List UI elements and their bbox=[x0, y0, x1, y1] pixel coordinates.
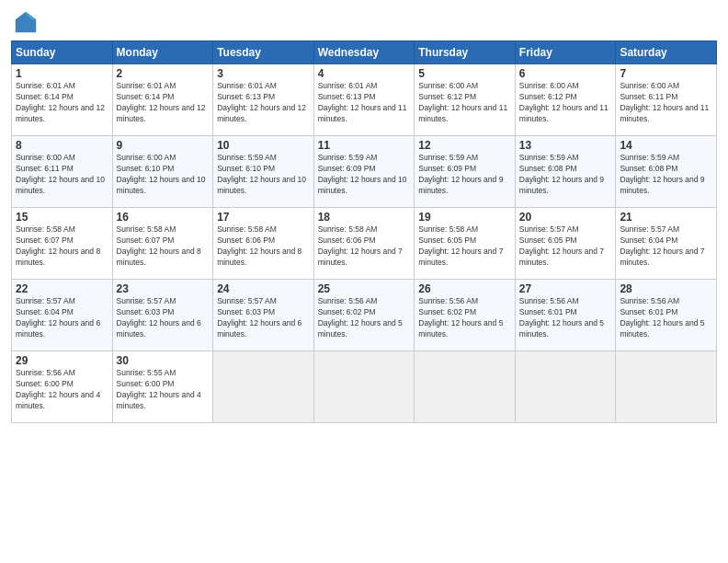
day-number: 2 bbox=[117, 67, 210, 80]
calendar-cell: 29 Sunrise: 5:56 AM Sunset: 6:00 PM Dayl… bbox=[12, 351, 113, 423]
day-info: Sunrise: 5:56 AM Sunset: 6:00 PM Dayligh… bbox=[16, 368, 108, 412]
calendar-cell bbox=[313, 351, 415, 423]
day-number: 6 bbox=[519, 67, 612, 80]
calendar-cell: 14 Sunrise: 5:59 AM Sunset: 6:08 PM Dayl… bbox=[616, 136, 717, 208]
day-info: Sunrise: 6:00 AM Sunset: 6:11 PM Dayligh… bbox=[620, 81, 712, 125]
day-number: 8 bbox=[16, 139, 108, 152]
day-number: 11 bbox=[318, 139, 411, 152]
day-info: Sunrise: 5:57 AM Sunset: 6:04 PM Dayligh… bbox=[16, 296, 108, 340]
weekday-header-row: Sunday Monday Tuesday Wednesday Thursday… bbox=[12, 41, 717, 64]
day-info: Sunrise: 5:58 AM Sunset: 6:06 PM Dayligh… bbox=[217, 224, 310, 269]
calendar-cell: 2 Sunrise: 6:01 AM Sunset: 6:14 PM Dayli… bbox=[112, 64, 213, 136]
day-number: 22 bbox=[16, 282, 108, 295]
calendar-cell: 28 Sunrise: 5:56 AM Sunset: 6:01 PM Dayl… bbox=[616, 280, 717, 351]
calendar-cell: 13 Sunrise: 5:59 AM Sunset: 6:08 PM Dayl… bbox=[515, 136, 616, 208]
header-monday: Monday bbox=[112, 41, 213, 64]
calendar-cell: 9 Sunrise: 6:00 AM Sunset: 6:10 PM Dayli… bbox=[112, 136, 213, 208]
day-number: 9 bbox=[117, 139, 210, 152]
day-number: 23 bbox=[117, 282, 210, 295]
calendar-table: Sunday Monday Tuesday Wednesday Thursday… bbox=[11, 40, 717, 423]
calendar-cell: 11 Sunrise: 5:59 AM Sunset: 6:09 PM Dayl… bbox=[313, 136, 415, 208]
calendar-cell bbox=[415, 351, 516, 423]
header-tuesday: Tuesday bbox=[213, 41, 314, 64]
header-saturday: Saturday bbox=[616, 41, 717, 64]
calendar-cell: 24 Sunrise: 5:57 AM Sunset: 6:03 PM Dayl… bbox=[213, 280, 314, 351]
logo-icon bbox=[13, 9, 39, 35]
day-info: Sunrise: 6:00 AM Sunset: 6:11 PM Dayligh… bbox=[16, 153, 108, 197]
day-number: 3 bbox=[217, 67, 310, 80]
day-number: 29 bbox=[16, 354, 108, 367]
day-info: Sunrise: 5:56 AM Sunset: 6:02 PM Dayligh… bbox=[318, 296, 411, 340]
day-info: Sunrise: 6:00 AM Sunset: 6:10 PM Dayligh… bbox=[117, 153, 210, 197]
day-number: 4 bbox=[318, 67, 411, 80]
header-thursday: Thursday bbox=[415, 41, 516, 64]
day-number: 15 bbox=[16, 211, 108, 224]
day-number: 27 bbox=[519, 282, 612, 295]
calendar-cell: 25 Sunrise: 5:56 AM Sunset: 6:02 PM Dayl… bbox=[313, 280, 415, 351]
day-info: Sunrise: 6:00 AM Sunset: 6:12 PM Dayligh… bbox=[418, 81, 511, 125]
calendar-cell: 1 Sunrise: 6:01 AM Sunset: 6:14 PM Dayli… bbox=[12, 64, 113, 136]
day-info: Sunrise: 5:59 AM Sunset: 6:09 PM Dayligh… bbox=[418, 153, 511, 197]
day-info: Sunrise: 5:57 AM Sunset: 6:04 PM Dayligh… bbox=[620, 224, 712, 269]
day-info: Sunrise: 5:57 AM Sunset: 6:03 PM Dayligh… bbox=[217, 296, 310, 340]
calendar-cell: 6 Sunrise: 6:00 AM Sunset: 6:12 PM Dayli… bbox=[515, 64, 616, 136]
day-info: Sunrise: 5:56 AM Sunset: 6:01 PM Dayligh… bbox=[620, 296, 712, 340]
calendar-cell bbox=[213, 351, 314, 423]
day-number: 20 bbox=[519, 211, 612, 224]
day-number: 1 bbox=[16, 67, 108, 80]
calendar-cell: 17 Sunrise: 5:58 AM Sunset: 6:06 PM Dayl… bbox=[213, 208, 314, 280]
calendar-cell: 20 Sunrise: 5:57 AM Sunset: 6:05 PM Dayl… bbox=[515, 208, 616, 280]
calendar-cell: 7 Sunrise: 6:00 AM Sunset: 6:11 PM Dayli… bbox=[616, 64, 717, 136]
calendar-page: Sunday Monday Tuesday Wednesday Thursday… bbox=[0, 0, 728, 563]
day-info: Sunrise: 6:00 AM Sunset: 6:12 PM Dayligh… bbox=[519, 81, 612, 125]
day-info: Sunrise: 5:59 AM Sunset: 6:08 PM Dayligh… bbox=[620, 153, 712, 197]
day-number: 12 bbox=[418, 139, 511, 152]
day-info: Sunrise: 5:58 AM Sunset: 6:07 PM Dayligh… bbox=[117, 224, 210, 269]
day-number: 13 bbox=[519, 139, 612, 152]
calendar-cell: 16 Sunrise: 5:58 AM Sunset: 6:07 PM Dayl… bbox=[112, 208, 213, 280]
calendar-cell: 5 Sunrise: 6:00 AM Sunset: 6:12 PM Dayli… bbox=[415, 64, 516, 136]
day-info: Sunrise: 6:01 AM Sunset: 6:14 PM Dayligh… bbox=[117, 81, 210, 125]
day-number: 16 bbox=[117, 211, 210, 224]
svg-marker-0 bbox=[16, 12, 36, 32]
calendar-cell: 3 Sunrise: 6:01 AM Sunset: 6:13 PM Dayli… bbox=[213, 64, 314, 136]
day-number: 7 bbox=[620, 67, 712, 80]
day-number: 14 bbox=[620, 139, 712, 152]
day-number: 19 bbox=[418, 211, 511, 224]
day-number: 18 bbox=[318, 211, 411, 224]
day-info: Sunrise: 6:01 AM Sunset: 6:13 PM Dayligh… bbox=[217, 81, 310, 125]
day-info: Sunrise: 5:59 AM Sunset: 6:09 PM Dayligh… bbox=[318, 153, 411, 197]
calendar-cell: 12 Sunrise: 5:59 AM Sunset: 6:09 PM Dayl… bbox=[415, 136, 516, 208]
day-number: 24 bbox=[217, 282, 310, 295]
day-info: Sunrise: 6:01 AM Sunset: 6:13 PM Dayligh… bbox=[318, 81, 411, 125]
header-wednesday: Wednesday bbox=[313, 41, 415, 64]
header-friday: Friday bbox=[515, 41, 616, 64]
day-info: Sunrise: 5:57 AM Sunset: 6:05 PM Dayligh… bbox=[519, 224, 612, 269]
calendar-cell bbox=[515, 351, 616, 423]
day-number: 26 bbox=[418, 282, 511, 295]
day-info: Sunrise: 5:58 AM Sunset: 6:05 PM Dayligh… bbox=[418, 224, 511, 269]
calendar-cell: 4 Sunrise: 6:01 AM Sunset: 6:13 PM Dayli… bbox=[313, 64, 415, 136]
day-number: 10 bbox=[217, 139, 310, 152]
page-header bbox=[11, 9, 717, 35]
calendar-cell: 23 Sunrise: 5:57 AM Sunset: 6:03 PM Dayl… bbox=[112, 280, 213, 351]
day-info: Sunrise: 5:57 AM Sunset: 6:03 PM Dayligh… bbox=[117, 296, 210, 340]
day-number: 5 bbox=[418, 67, 511, 80]
day-info: Sunrise: 5:56 AM Sunset: 6:02 PM Dayligh… bbox=[418, 296, 511, 340]
calendar-cell: 21 Sunrise: 5:57 AM Sunset: 6:04 PM Dayl… bbox=[616, 208, 717, 280]
day-info: Sunrise: 5:58 AM Sunset: 6:06 PM Dayligh… bbox=[318, 224, 411, 269]
day-info: Sunrise: 5:56 AM Sunset: 6:01 PM Dayligh… bbox=[519, 296, 612, 340]
calendar-cell: 26 Sunrise: 5:56 AM Sunset: 6:02 PM Dayl… bbox=[415, 280, 516, 351]
calendar-cell: 18 Sunrise: 5:58 AM Sunset: 6:06 PM Dayl… bbox=[313, 208, 415, 280]
day-number: 21 bbox=[620, 211, 712, 224]
day-info: Sunrise: 6:01 AM Sunset: 6:14 PM Dayligh… bbox=[16, 81, 108, 125]
calendar-cell: 22 Sunrise: 5:57 AM Sunset: 6:04 PM Dayl… bbox=[12, 280, 113, 351]
calendar-cell: 8 Sunrise: 6:00 AM Sunset: 6:11 PM Dayli… bbox=[12, 136, 113, 208]
day-info: Sunrise: 5:58 AM Sunset: 6:07 PM Dayligh… bbox=[16, 224, 108, 269]
day-number: 28 bbox=[620, 282, 712, 295]
calendar-cell: 30 Sunrise: 5:55 AM Sunset: 6:00 PM Dayl… bbox=[112, 351, 213, 423]
calendar-cell: 15 Sunrise: 5:58 AM Sunset: 6:07 PM Dayl… bbox=[12, 208, 113, 280]
day-number: 30 bbox=[117, 354, 210, 367]
day-info: Sunrise: 5:59 AM Sunset: 6:10 PM Dayligh… bbox=[217, 153, 310, 197]
calendar-cell: 27 Sunrise: 5:56 AM Sunset: 6:01 PM Dayl… bbox=[515, 280, 616, 351]
